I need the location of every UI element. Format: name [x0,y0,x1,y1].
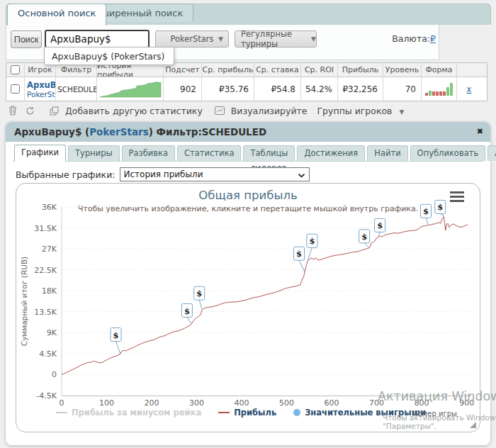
legend-item-rake[interactable]: Прибыль за минусом рейка [56,408,201,418]
svg-text:500: 500 [279,398,294,408]
svg-text:Суммарный итог (RUB): Суммарный итог (RUB) [20,257,28,346]
page: Основной поиск Расширенный поиск Поиск P… [0,0,496,448]
chevron-down-icon: ▼ [399,108,404,116]
tab-basic-search[interactable]: Основной поиск [7,4,106,26]
currency-link[interactable]: ₽ [430,33,436,44]
site-select[interactable]: PokerStars ▼ [155,30,229,47]
svg-text:0: 0 [60,398,64,408]
add-stat-button[interactable]: Добавить другую статистику [65,106,203,116]
panel-tab-7[interactable]: Найти [367,145,407,161]
svg-text:31.5K: 31.5K [34,224,57,233]
svg-text:0: 0 [52,370,57,379]
row-checkbox-cell [6,77,25,101]
legend-item-big-wins[interactable]: Значительные выигрыши [293,408,426,418]
filter-cell: SCHEDULED [56,77,97,101]
svg-text:-4.5K: -4.5K [36,391,57,401]
chart-type-value: История прибыли [124,169,203,179]
player-name-link[interactable]: ApxuBapuy$ [27,80,55,90]
level-cell: 70 [383,77,422,101]
svg-text:300: 300 [189,398,204,408]
currency-label: Валюта: [392,33,430,44]
count-cell: 902 [164,77,202,101]
refresh-icon[interactable] [24,105,35,116]
chevron-down-icon: ▼ [218,35,223,43]
panel-tab-2[interactable]: Турниры [68,145,120,161]
profit-history-sparkline [97,77,164,101]
legend-label: Прибыль за минусом рейка [72,408,201,418]
site-select-value: PokerStars [170,34,213,44]
panel-tab-6[interactable]: Достижения [297,145,365,161]
column-header[interactable]: Ср. ставка [254,63,301,77]
column-header[interactable]: Ср. прибыль [202,63,254,77]
close-icon[interactable]: ✖ [477,122,483,142]
svg-text:$: $ [423,206,429,216]
svg-text:$: $ [361,232,367,242]
visualize-button[interactable]: Визуализируйте [231,106,308,116]
remove-row-cell: x [457,77,481,101]
panel-title-filter: ) Фильтр:SCHEDULED [149,126,266,138]
resize-handle[interactable] [470,422,476,428]
select-all-checkbox[interactable] [11,65,20,74]
svg-text:$: $ [437,202,443,212]
table-row: ApxuBapuy$ PokerStars SCHEDULED 902 ₽35.… [6,77,487,101]
player-site-link[interactable]: PokerStars [27,90,55,99]
svg-text:200: 200 [145,398,159,408]
search-button[interactable]: Поиск [11,30,42,48]
header-remove-cell [457,63,481,77]
x-axis-title: Номер игры [412,410,457,418]
profit-cell: ₽32,256 [338,77,383,101]
svg-text:400: 400 [235,398,249,408]
column-header[interactable]: Прибыль [338,63,383,77]
svg-text:$: $ [377,220,383,230]
player-detail-panel: ApxuBapuy$ (PokerStars) Фильтр:SCHEDULED… [6,122,490,445]
avg-roi-cell: 54.2% [301,77,338,101]
panel-tab-3[interactable]: Разбивка [122,145,175,161]
column-header[interactable]: Уровень [383,63,422,77]
tournament-type-select[interactable]: Регулярные турниры ▼ [235,30,317,47]
panel-tab-9[interactable]: Аналитика [487,145,496,161]
panel-tab-8[interactable]: Опубликовать [410,145,486,161]
line-swatch-icon [218,412,230,413]
svg-text:$: $ [113,330,119,340]
chart-plot-area[interactable]: 36K31.5K27K22.5K18K13.5K9K4.5K0-4.5K0100… [16,184,481,433]
currency-switcher: Валюта:₽ [389,33,436,44]
chevron-down-icon [298,172,305,179]
column-header[interactable]: Ср. ROI [301,63,338,77]
copy-icon[interactable] [48,105,60,116]
results-table: ИгрокФильтрИстория прибылиПодсчетСр. при… [6,62,487,101]
panel-tab-1[interactable]: Графики [14,145,66,162]
svg-text:900: 900 [459,398,474,408]
form-mini-chart [422,77,457,101]
remove-row-link[interactable]: x [467,84,472,94]
profit-chart: Общая прибыль Чтобы увеличить изображени… [16,183,480,432]
panel-header: ApxuBapuy$ (PokerStars) Фильтр:SCHEDULED… [6,122,490,142]
player-groups-dropdown[interactable]: Группы игроков ▼ [317,106,405,116]
panel-tab-4[interactable]: Статистика [177,145,241,161]
avg-profit-cell: ₽35.76 [202,77,254,101]
autocomplete-suggestion[interactable]: ApxuBapuy$ (PokerStars) [44,47,174,65]
visualize-icon[interactable] [214,105,225,116]
row-checkbox[interactable] [11,84,20,94]
marker-swatch-icon [293,409,300,416]
svg-text:100: 100 [99,398,114,408]
panel-title-site-link[interactable]: PokerStars [89,126,149,138]
svg-text:700: 700 [369,398,384,408]
panel-tab-5[interactable]: Таблицы лидеров [243,145,295,161]
svg-text:18K: 18K [42,286,57,296]
trash-icon[interactable] [7,105,18,116]
svg-text:27K: 27K [42,245,57,254]
line-swatch-icon [56,412,67,413]
chart-select-label: Выбранные графики: [16,169,115,180]
player-groups-label: Группы игроков [317,106,393,116]
svg-text:13.5K: 13.5K [34,308,57,317]
svg-text:600: 600 [325,398,339,408]
legend-item-profit[interactable]: Прибыль [218,408,276,418]
column-header[interactable]: Форма [422,63,457,77]
chart-type-select[interactable]: История прибыли [120,167,310,181]
player-search-input[interactable] [45,30,150,48]
table-toolbar: Добавить другую статистику Визуализируйт… [7,103,404,118]
chart-legend: Прибыль за минусом рейка Прибыль Значите… [52,408,430,418]
svg-text:9K: 9K [47,328,57,337]
svg-text:$: $ [309,236,315,246]
legend-label: Значительные выигрыши [305,408,426,418]
